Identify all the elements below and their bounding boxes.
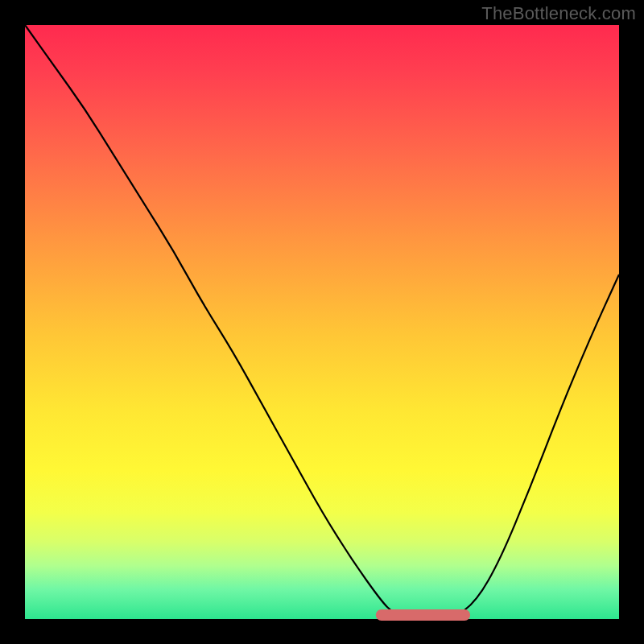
curve-svg (25, 25, 619, 619)
bottleneck-curve-line (25, 25, 619, 619)
bottleneck-chart: TheBottleneck.com (0, 0, 644, 644)
plot-area (25, 25, 619, 619)
watermark-text: TheBottleneck.com (481, 3, 636, 24)
